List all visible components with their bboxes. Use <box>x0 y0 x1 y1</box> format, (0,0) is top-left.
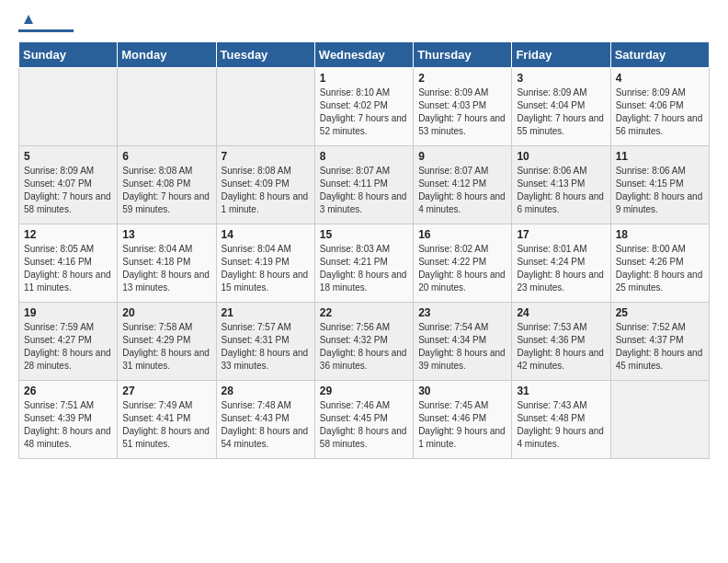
header-day-sunday: Sunday <box>19 42 118 68</box>
header-day-wednesday: Wednesday <box>314 42 413 68</box>
cell-content: Sunrise: 7:48 AM Sunset: 4:43 PM Dayligh… <box>222 399 310 451</box>
calendar-table: SundayMondayTuesdayWednesdayThursdayFrid… <box>18 41 710 459</box>
day-number: 7 <box>222 150 310 163</box>
calendar-cell: 12Sunrise: 8:05 AM Sunset: 4:16 PM Dayli… <box>19 224 118 303</box>
header-day-thursday: Thursday <box>414 42 512 68</box>
cell-content: Sunrise: 7:54 AM Sunset: 4:34 PM Dayligh… <box>418 321 506 373</box>
calendar-cell: 26Sunrise: 7:51 AM Sunset: 4:39 PM Dayli… <box>19 381 118 459</box>
logo-underline <box>18 29 74 32</box>
header-row: SundayMondayTuesdayWednesdayThursdayFrid… <box>19 42 710 68</box>
cell-content: Sunrise: 8:09 AM Sunset: 4:06 PM Dayligh… <box>616 86 704 138</box>
day-number: 15 <box>320 228 408 241</box>
day-number: 18 <box>616 228 704 241</box>
day-number: 21 <box>222 306 310 319</box>
cell-content: Sunrise: 7:56 AM Sunset: 4:32 PM Dayligh… <box>320 321 408 373</box>
cell-content: Sunrise: 7:46 AM Sunset: 4:45 PM Dayligh… <box>320 399 408 451</box>
cell-content: Sunrise: 8:10 AM Sunset: 4:02 PM Dayligh… <box>320 86 408 138</box>
calendar-cell: 25Sunrise: 7:52 AM Sunset: 4:37 PM Dayli… <box>610 303 709 381</box>
calendar-cell: 13Sunrise: 8:04 AM Sunset: 4:18 PM Dayli… <box>118 224 216 303</box>
day-number: 30 <box>418 385 506 397</box>
cell-content: Sunrise: 8:06 AM Sunset: 4:15 PM Dayligh… <box>616 165 704 216</box>
calendar-cell <box>610 381 709 459</box>
calendar-cell: 15Sunrise: 8:03 AM Sunset: 4:21 PM Dayli… <box>314 224 413 303</box>
cell-content: Sunrise: 8:07 AM Sunset: 4:11 PM Dayligh… <box>320 165 408 216</box>
day-number: 23 <box>418 306 506 319</box>
cell-content: Sunrise: 7:49 AM Sunset: 4:41 PM Dayligh… <box>122 399 210 451</box>
calendar-body: 1Sunrise: 8:10 AM Sunset: 4:02 PM Daylig… <box>19 68 710 459</box>
cell-content: Sunrise: 8:04 AM Sunset: 4:19 PM Dayligh… <box>222 243 310 294</box>
calendar-cell: 21Sunrise: 7:57 AM Sunset: 4:31 PM Dayli… <box>216 303 314 381</box>
cell-content: Sunrise: 8:08 AM Sunset: 4:09 PM Dayligh… <box>222 165 310 216</box>
calendar-cell <box>216 68 314 146</box>
day-number: 12 <box>24 228 112 241</box>
calendar-cell <box>118 68 216 146</box>
cell-content: Sunrise: 8:09 AM Sunset: 4:04 PM Dayligh… <box>517 86 605 138</box>
cell-content: Sunrise: 7:43 AM Sunset: 4:48 PM Dayligh… <box>517 399 605 451</box>
header-day-tuesday: Tuesday <box>216 42 314 68</box>
calendar-cell: 20Sunrise: 7:58 AM Sunset: 4:29 PM Dayli… <box>118 303 216 381</box>
cell-content: Sunrise: 8:06 AM Sunset: 4:13 PM Dayligh… <box>517 165 605 216</box>
week-row-2: 5Sunrise: 8:09 AM Sunset: 4:07 PM Daylig… <box>19 146 710 224</box>
calendar-cell: 30Sunrise: 7:45 AM Sunset: 4:46 PM Dayli… <box>414 381 512 459</box>
calendar-cell: 18Sunrise: 8:00 AM Sunset: 4:26 PM Dayli… <box>610 224 709 303</box>
calendar-cell: 14Sunrise: 8:04 AM Sunset: 4:19 PM Dayli… <box>216 224 314 303</box>
calendar-header: SundayMondayTuesdayWednesdayThursdayFrid… <box>19 42 710 68</box>
cell-content: Sunrise: 8:03 AM Sunset: 4:21 PM Dayligh… <box>320 243 408 294</box>
day-number: 14 <box>222 228 310 241</box>
calendar-cell: 1Sunrise: 8:10 AM Sunset: 4:02 PM Daylig… <box>314 68 413 146</box>
cell-content: Sunrise: 8:05 AM Sunset: 4:16 PM Dayligh… <box>24 243 112 294</box>
cell-content: Sunrise: 7:53 AM Sunset: 4:36 PM Dayligh… <box>517 321 605 373</box>
cell-content: Sunrise: 8:04 AM Sunset: 4:18 PM Dayligh… <box>122 243 210 294</box>
day-number: 24 <box>517 306 605 319</box>
day-number: 9 <box>418 150 506 163</box>
calendar-cell: 17Sunrise: 8:01 AM Sunset: 4:24 PM Dayli… <box>512 224 610 303</box>
cell-content: Sunrise: 7:58 AM Sunset: 4:29 PM Dayligh… <box>122 321 210 373</box>
calendar-cell: 24Sunrise: 7:53 AM Sunset: 4:36 PM Dayli… <box>512 303 610 381</box>
day-number: 31 <box>517 385 605 397</box>
day-number: 28 <box>222 385 310 397</box>
day-number: 1 <box>320 72 408 85</box>
cell-content: Sunrise: 8:02 AM Sunset: 4:22 PM Dayligh… <box>418 243 506 294</box>
cell-content: Sunrise: 7:45 AM Sunset: 4:46 PM Dayligh… <box>418 399 506 451</box>
calendar-cell: 8Sunrise: 8:07 AM Sunset: 4:11 PM Daylig… <box>314 146 413 224</box>
header-day-saturday: Saturday <box>610 42 709 68</box>
calendar-cell: 4Sunrise: 8:09 AM Sunset: 4:06 PM Daylig… <box>610 68 709 146</box>
calendar-cell: 2Sunrise: 8:09 AM Sunset: 4:03 PM Daylig… <box>414 68 512 146</box>
week-row-3: 12Sunrise: 8:05 AM Sunset: 4:16 PM Dayli… <box>19 224 710 303</box>
cell-content: Sunrise: 7:59 AM Sunset: 4:27 PM Dayligh… <box>24 321 112 373</box>
day-number: 17 <box>517 228 605 241</box>
day-number: 2 <box>418 72 506 85</box>
calendar-cell: 6Sunrise: 8:08 AM Sunset: 4:08 PM Daylig… <box>118 146 216 224</box>
cell-content: Sunrise: 8:08 AM Sunset: 4:08 PM Dayligh… <box>122 165 210 216</box>
calendar-cell: 3Sunrise: 8:09 AM Sunset: 4:04 PM Daylig… <box>512 68 610 146</box>
calendar-cell: 31Sunrise: 7:43 AM Sunset: 4:48 PM Dayli… <box>512 381 610 459</box>
week-row-5: 26Sunrise: 7:51 AM Sunset: 4:39 PM Dayli… <box>19 381 710 459</box>
calendar-cell: 19Sunrise: 7:59 AM Sunset: 4:27 PM Dayli… <box>19 303 118 381</box>
day-number: 4 <box>616 72 704 85</box>
day-number: 26 <box>24 385 112 397</box>
logo <box>18 18 74 32</box>
day-number: 5 <box>24 150 112 163</box>
calendar-cell: 16Sunrise: 8:02 AM Sunset: 4:22 PM Dayli… <box>414 224 512 303</box>
day-number: 10 <box>517 150 605 163</box>
day-number: 29 <box>320 385 408 397</box>
week-row-1: 1Sunrise: 8:10 AM Sunset: 4:02 PM Daylig… <box>19 68 710 146</box>
day-number: 19 <box>24 306 112 319</box>
calendar-cell: 10Sunrise: 8:06 AM Sunset: 4:13 PM Dayli… <box>512 146 610 224</box>
day-number: 6 <box>122 150 210 163</box>
day-number: 13 <box>122 228 210 241</box>
svg-marker-0 <box>24 15 33 24</box>
calendar-cell: 29Sunrise: 7:46 AM Sunset: 4:45 PM Dayli… <box>314 381 413 459</box>
week-row-4: 19Sunrise: 7:59 AM Sunset: 4:27 PM Dayli… <box>19 303 710 381</box>
day-number: 27 <box>122 385 210 397</box>
cell-content: Sunrise: 8:09 AM Sunset: 4:07 PM Dayligh… <box>24 165 112 216</box>
calendar-cell: 23Sunrise: 7:54 AM Sunset: 4:34 PM Dayli… <box>414 303 512 381</box>
cell-content: Sunrise: 8:09 AM Sunset: 4:03 PM Dayligh… <box>418 86 506 138</box>
calendar-cell: 22Sunrise: 7:56 AM Sunset: 4:32 PM Dayli… <box>314 303 413 381</box>
cell-content: Sunrise: 7:57 AM Sunset: 4:31 PM Dayligh… <box>222 321 310 373</box>
calendar-cell: 28Sunrise: 7:48 AM Sunset: 4:43 PM Dayli… <box>216 381 314 459</box>
cell-content: Sunrise: 7:52 AM Sunset: 4:37 PM Dayligh… <box>616 321 704 373</box>
header-day-monday: Monday <box>118 42 216 68</box>
calendar-cell: 11Sunrise: 8:06 AM Sunset: 4:15 PM Dayli… <box>610 146 709 224</box>
day-number: 3 <box>517 72 605 85</box>
